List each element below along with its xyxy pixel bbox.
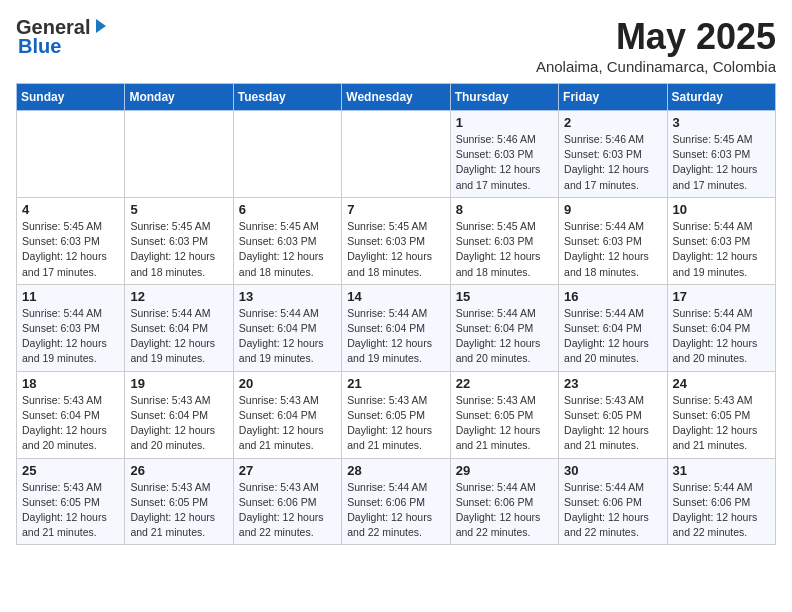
day-info: Sunrise: 5:43 AM Sunset: 6:04 PM Dayligh… <box>130 393 227 454</box>
calendar-cell: 26Sunrise: 5:43 AM Sunset: 6:05 PM Dayli… <box>125 458 233 545</box>
day-number: 15 <box>456 289 553 304</box>
header-wednesday: Wednesday <box>342 84 450 111</box>
calendar-week-row: 4Sunrise: 5:45 AM Sunset: 6:03 PM Daylig… <box>17 197 776 284</box>
calendar-cell: 25Sunrise: 5:43 AM Sunset: 6:05 PM Dayli… <box>17 458 125 545</box>
calendar-cell <box>233 111 341 198</box>
calendar-cell: 24Sunrise: 5:43 AM Sunset: 6:05 PM Dayli… <box>667 371 775 458</box>
day-info: Sunrise: 5:45 AM Sunset: 6:03 PM Dayligh… <box>673 132 770 193</box>
calendar-cell: 27Sunrise: 5:43 AM Sunset: 6:06 PM Dayli… <box>233 458 341 545</box>
calendar-cell: 21Sunrise: 5:43 AM Sunset: 6:05 PM Dayli… <box>342 371 450 458</box>
calendar-cell: 18Sunrise: 5:43 AM Sunset: 6:04 PM Dayli… <box>17 371 125 458</box>
header-saturday: Saturday <box>667 84 775 111</box>
day-info: Sunrise: 5:44 AM Sunset: 6:03 PM Dayligh… <box>22 306 119 367</box>
calendar-cell: 3Sunrise: 5:45 AM Sunset: 6:03 PM Daylig… <box>667 111 775 198</box>
calendar-cell: 16Sunrise: 5:44 AM Sunset: 6:04 PM Dayli… <box>559 284 667 371</box>
calendar-cell: 1Sunrise: 5:46 AM Sunset: 6:03 PM Daylig… <box>450 111 558 198</box>
day-number: 30 <box>564 463 661 478</box>
day-number: 13 <box>239 289 336 304</box>
calendar-week-row: 18Sunrise: 5:43 AM Sunset: 6:04 PM Dayli… <box>17 371 776 458</box>
calendar-cell: 10Sunrise: 5:44 AM Sunset: 6:03 PM Dayli… <box>667 197 775 284</box>
calendar-header-row: SundayMondayTuesdayWednesdayThursdayFrid… <box>17 84 776 111</box>
location-subtitle: Anolaima, Cundinamarca, Colombia <box>536 58 776 75</box>
day-number: 28 <box>347 463 444 478</box>
day-info: Sunrise: 5:44 AM Sunset: 6:04 PM Dayligh… <box>239 306 336 367</box>
day-number: 10 <box>673 202 770 217</box>
calendar-cell: 7Sunrise: 5:45 AM Sunset: 6:03 PM Daylig… <box>342 197 450 284</box>
calendar-cell: 31Sunrise: 5:44 AM Sunset: 6:06 PM Dayli… <box>667 458 775 545</box>
header-thursday: Thursday <box>450 84 558 111</box>
month-title: May 2025 <box>536 16 776 58</box>
calendar-cell: 4Sunrise: 5:45 AM Sunset: 6:03 PM Daylig… <box>17 197 125 284</box>
day-number: 17 <box>673 289 770 304</box>
day-info: Sunrise: 5:45 AM Sunset: 6:03 PM Dayligh… <box>22 219 119 280</box>
header-sunday: Sunday <box>17 84 125 111</box>
day-info: Sunrise: 5:43 AM Sunset: 6:05 PM Dayligh… <box>673 393 770 454</box>
day-number: 29 <box>456 463 553 478</box>
logo-arrow-icon <box>92 17 110 39</box>
day-info: Sunrise: 5:43 AM Sunset: 6:06 PM Dayligh… <box>239 480 336 541</box>
day-number: 14 <box>347 289 444 304</box>
day-info: Sunrise: 5:43 AM Sunset: 6:05 PM Dayligh… <box>564 393 661 454</box>
calendar-cell: 29Sunrise: 5:44 AM Sunset: 6:06 PM Dayli… <box>450 458 558 545</box>
day-number: 26 <box>130 463 227 478</box>
day-number: 19 <box>130 376 227 391</box>
day-info: Sunrise: 5:44 AM Sunset: 6:03 PM Dayligh… <box>564 219 661 280</box>
day-number: 21 <box>347 376 444 391</box>
calendar-table: SundayMondayTuesdayWednesdayThursdayFrid… <box>16 83 776 545</box>
calendar-cell: 8Sunrise: 5:45 AM Sunset: 6:03 PM Daylig… <box>450 197 558 284</box>
calendar-cell: 12Sunrise: 5:44 AM Sunset: 6:04 PM Dayli… <box>125 284 233 371</box>
day-info: Sunrise: 5:46 AM Sunset: 6:03 PM Dayligh… <box>456 132 553 193</box>
day-number: 2 <box>564 115 661 130</box>
logo: General Blue <box>16 16 110 58</box>
calendar-cell: 30Sunrise: 5:44 AM Sunset: 6:06 PM Dayli… <box>559 458 667 545</box>
day-number: 23 <box>564 376 661 391</box>
day-number: 5 <box>130 202 227 217</box>
calendar-cell: 23Sunrise: 5:43 AM Sunset: 6:05 PM Dayli… <box>559 371 667 458</box>
day-number: 31 <box>673 463 770 478</box>
day-info: Sunrise: 5:44 AM Sunset: 6:06 PM Dayligh… <box>456 480 553 541</box>
day-number: 18 <box>22 376 119 391</box>
day-info: Sunrise: 5:43 AM Sunset: 6:05 PM Dayligh… <box>130 480 227 541</box>
page-header: General Blue May 2025 Anolaima, Cundinam… <box>16 16 776 75</box>
day-number: 7 <box>347 202 444 217</box>
day-info: Sunrise: 5:44 AM Sunset: 6:06 PM Dayligh… <box>673 480 770 541</box>
header-monday: Monday <box>125 84 233 111</box>
day-info: Sunrise: 5:43 AM Sunset: 6:04 PM Dayligh… <box>22 393 119 454</box>
calendar-cell <box>125 111 233 198</box>
day-info: Sunrise: 5:45 AM Sunset: 6:03 PM Dayligh… <box>130 219 227 280</box>
calendar-cell: 20Sunrise: 5:43 AM Sunset: 6:04 PM Dayli… <box>233 371 341 458</box>
day-info: Sunrise: 5:43 AM Sunset: 6:05 PM Dayligh… <box>456 393 553 454</box>
day-info: Sunrise: 5:43 AM Sunset: 6:05 PM Dayligh… <box>22 480 119 541</box>
header-tuesday: Tuesday <box>233 84 341 111</box>
day-number: 8 <box>456 202 553 217</box>
day-info: Sunrise: 5:44 AM Sunset: 6:06 PM Dayligh… <box>564 480 661 541</box>
calendar-week-row: 1Sunrise: 5:46 AM Sunset: 6:03 PM Daylig… <box>17 111 776 198</box>
day-number: 9 <box>564 202 661 217</box>
day-info: Sunrise: 5:44 AM Sunset: 6:04 PM Dayligh… <box>130 306 227 367</box>
day-number: 6 <box>239 202 336 217</box>
calendar-cell: 28Sunrise: 5:44 AM Sunset: 6:06 PM Dayli… <box>342 458 450 545</box>
day-info: Sunrise: 5:43 AM Sunset: 6:05 PM Dayligh… <box>347 393 444 454</box>
day-info: Sunrise: 5:44 AM Sunset: 6:04 PM Dayligh… <box>347 306 444 367</box>
calendar-cell: 6Sunrise: 5:45 AM Sunset: 6:03 PM Daylig… <box>233 197 341 284</box>
day-number: 11 <box>22 289 119 304</box>
day-number: 1 <box>456 115 553 130</box>
svg-marker-0 <box>96 19 106 33</box>
day-info: Sunrise: 5:44 AM Sunset: 6:03 PM Dayligh… <box>673 219 770 280</box>
calendar-cell: 9Sunrise: 5:44 AM Sunset: 6:03 PM Daylig… <box>559 197 667 284</box>
calendar-cell: 13Sunrise: 5:44 AM Sunset: 6:04 PM Dayli… <box>233 284 341 371</box>
calendar-week-row: 11Sunrise: 5:44 AM Sunset: 6:03 PM Dayli… <box>17 284 776 371</box>
day-number: 25 <box>22 463 119 478</box>
calendar-cell: 22Sunrise: 5:43 AM Sunset: 6:05 PM Dayli… <box>450 371 558 458</box>
day-number: 3 <box>673 115 770 130</box>
day-number: 20 <box>239 376 336 391</box>
header-friday: Friday <box>559 84 667 111</box>
calendar-cell: 17Sunrise: 5:44 AM Sunset: 6:04 PM Dayli… <box>667 284 775 371</box>
day-number: 12 <box>130 289 227 304</box>
day-info: Sunrise: 5:44 AM Sunset: 6:06 PM Dayligh… <box>347 480 444 541</box>
logo-text-blue: Blue <box>18 35 61 58</box>
day-info: Sunrise: 5:45 AM Sunset: 6:03 PM Dayligh… <box>239 219 336 280</box>
day-info: Sunrise: 5:44 AM Sunset: 6:04 PM Dayligh… <box>456 306 553 367</box>
day-info: Sunrise: 5:43 AM Sunset: 6:04 PM Dayligh… <box>239 393 336 454</box>
calendar-cell: 5Sunrise: 5:45 AM Sunset: 6:03 PM Daylig… <box>125 197 233 284</box>
